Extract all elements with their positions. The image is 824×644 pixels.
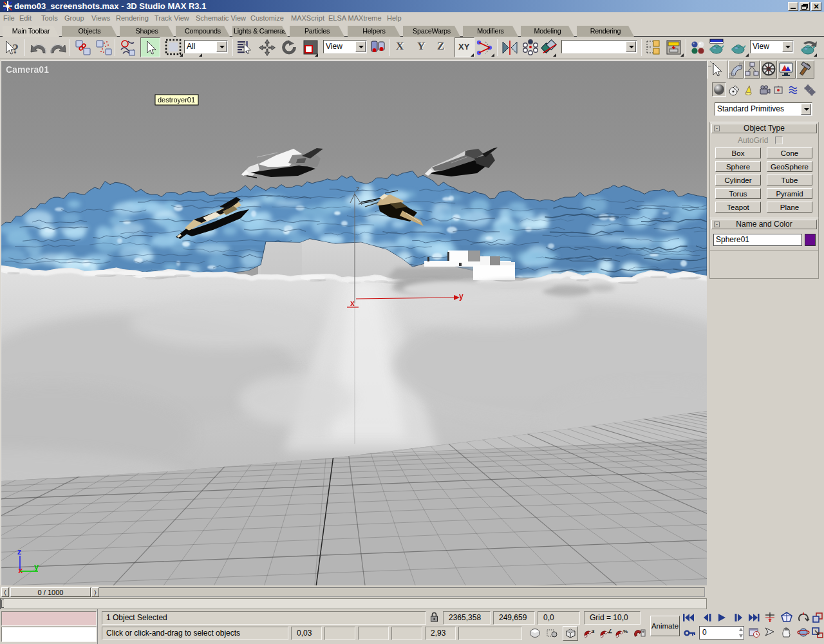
svg-text:x: x: [18, 565, 23, 575]
svg-text:z: z: [17, 547, 22, 556]
svg-text:z: z: [356, 185, 360, 193]
svg-text:y: y: [459, 292, 464, 301]
svg-text:%: %: [623, 629, 628, 634]
svg-text:x: x: [350, 299, 355, 308]
svg-text:Camera01: Camera01: [6, 64, 49, 75]
svg-text:∠: ∠: [608, 629, 612, 634]
svg-text:?: ?: [12, 42, 19, 56]
svg-text:y: y: [34, 562, 39, 571]
svg-text:3: 3: [592, 629, 595, 634]
svg-text:destroyer01: destroyer01: [158, 96, 195, 104]
